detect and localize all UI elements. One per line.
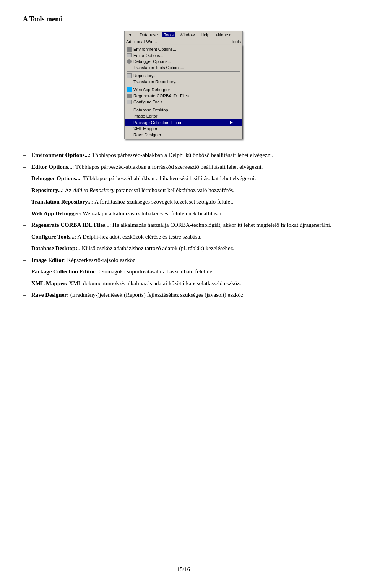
bullet-list: – Environment Options...: Többlapos párb… (23, 151, 344, 299)
list-item: – Package Collection Editor: Csomagok cs… (23, 267, 344, 276)
list-item: – Debugger Options...: Többlapos párbesz… (23, 174, 344, 183)
term-bold: Image Editor (31, 257, 64, 263)
tools-dropdown-menu: Environment Options... Editor Options...… (125, 45, 242, 139)
regen-icon (126, 93, 132, 99)
term-bold: Regenerate CORBA IDL Files... (31, 222, 109, 228)
bullet-dash: – (23, 291, 30, 299)
bullet-text: Debugger Options...: Többlapos párbeszéd… (31, 174, 344, 183)
bullet-text: Configure Tools...: A Delphi-hez adott e… (31, 233, 344, 241)
bullet-text: Web App Debugger: Web-alapú alkalmazások… (31, 209, 344, 218)
ide-second-bar: Additional Win... Tools (125, 38, 242, 45)
term-bold: Editor Options... (31, 164, 72, 170)
bullet-dash: – (23, 267, 30, 276)
bullet-dash: – (23, 186, 30, 195)
bullet-text: Environment Options...: Többlapos párbes… (31, 151, 344, 160)
bullet-text: Regenerate CORBA IDL Files...: Ha alkalm… (31, 221, 344, 229)
separator-2 (127, 86, 240, 86)
menu-help[interactable]: Help (199, 32, 211, 37)
menu-tools[interactable]: Tools (162, 32, 175, 37)
separator-1 (127, 71, 240, 72)
bullet-dash: – (23, 244, 30, 253)
bullet-dash: – (23, 174, 30, 183)
bullet-dash: – (23, 233, 30, 241)
bullet-text: XML Mapper: XML dokumentumok és alkalmaz… (31, 279, 344, 288)
page-title: A Tools menü (23, 15, 344, 23)
menu-none[interactable]: <None> (214, 32, 232, 37)
bullet-dash: – (23, 209, 30, 218)
config-icon (126, 99, 132, 105)
bullet-dash: – (23, 221, 30, 229)
editor-icon (126, 53, 132, 58)
list-item: – Editor Options...: Többlapos párbeszéd… (23, 163, 344, 171)
menu-item-image-editor[interactable]: Image Editor (125, 113, 242, 119)
menu-item-environment[interactable]: Environment Options... (125, 46, 242, 52)
term-bold: Database Desktop: (31, 245, 77, 251)
bullet-text: Editor Options...: Többlapos párbeszéd-a… (31, 163, 344, 171)
menu-item-editor[interactable]: Editor Options... (125, 52, 242, 58)
list-item: – Database Desktop:...Külső eszköz adatb… (23, 244, 344, 253)
toolbar-additional[interactable]: Additional (126, 39, 145, 44)
list-item: – Environment Options...: Többlapos párb… (23, 151, 344, 160)
term-bold: Repository... (31, 187, 62, 193)
list-item: – Regenerate CORBA IDL Files...: Ha alka… (23, 221, 344, 229)
page-container: A Tools menü ent Database Tools Window H… (0, 0, 367, 333)
menu-item-package-collection[interactable]: Package Collection Editor ▶ (125, 119, 242, 126)
content-area: – Environment Options...: Többlapos párb… (23, 151, 344, 299)
menu-item-translation-repo[interactable]: Translation Repository... (125, 79, 242, 85)
bullet-text: Repository...: Az Add to Repository para… (31, 186, 344, 195)
menu-item-repository[interactable]: Repository... (125, 73, 242, 79)
list-item: – XML Mapper: XML dokumentumok és alkalm… (23, 279, 344, 288)
submenu-arrow: ▶ (230, 120, 234, 125)
list-item: – Repository...: Az Add to Repository pa… (23, 186, 344, 195)
list-item: – Translation Repository...: A fordításh… (23, 197, 344, 206)
menu-item-web-debugger[interactable]: Web App Debugger (125, 87, 242, 93)
menu-item-translation-tools[interactable]: Translation Tools Options... (125, 65, 242, 71)
italic-text: Add to Repository (73, 187, 114, 193)
menu-item-regenerate[interactable]: Regenerate CORBA IDL Files... (125, 93, 242, 99)
menu-item-rave-designer[interactable]: Rave Designer (125, 132, 242, 138)
separator-3 (127, 106, 240, 106)
bullet-dash: – (23, 197, 30, 206)
list-item: – Web App Debugger: Web-alapú alkalmazás… (23, 209, 344, 218)
toolbar-win[interactable]: Win... (146, 39, 157, 44)
bullet-text: Translation Repository...: A fordításhoz… (31, 197, 344, 206)
bullet-dash: – (23, 279, 30, 288)
bullet-dash: – (23, 151, 30, 160)
web-icon (126, 87, 132, 92)
ide-menubar: ent Database Tools Window Help <None> (125, 31, 242, 38)
term-bold: Environment Options... (31, 152, 89, 158)
term-bold: Web App Debugger: (31, 210, 81, 216)
menu-window[interactable]: Window (178, 32, 196, 37)
term-bold: Configure Tools... (31, 234, 75, 240)
bullet-dash: – (23, 163, 30, 171)
list-item: – Rave Designer: (Eredmény-)jelentések (… (23, 291, 344, 299)
page-number: 15/16 (177, 566, 190, 573)
menu-database[interactable]: Database (138, 32, 159, 37)
toolbar-extra[interactable]: Tools (231, 39, 241, 44)
list-item: – Image Editor: Képszerkesztő-rajzoló es… (23, 256, 344, 265)
debugger-icon (126, 59, 132, 64)
bullet-dash: – (23, 256, 30, 265)
repo-icon (126, 73, 132, 78)
menu-item-configure[interactable]: Configure Tools... (125, 99, 242, 105)
menu-item-xml-mapper[interactable]: XML Mapper (125, 126, 242, 132)
screenshot-container: ent Database Tools Window Help <None> Ad… (23, 31, 344, 139)
menu-item-debugger[interactable]: Debugger Options... (125, 58, 242, 65)
bullet-text: Image Editor: Képszerkesztő-rajzoló eszk… (31, 256, 344, 265)
term-bold: XML Mapper: (31, 280, 68, 286)
menu-ent[interactable]: ent (126, 32, 135, 37)
term-bold: Debugger Options... (31, 175, 80, 181)
bullet-text: Package Collection Editor: Csomagok csop… (31, 267, 344, 276)
menu-item-database-desktop[interactable]: Database Desktop (125, 107, 242, 113)
term-bold: Translation Repository... (31, 199, 92, 205)
term-bold: Rave Designer: (31, 292, 69, 298)
bullet-text: Database Desktop:...Külső eszköz adatbáz… (31, 244, 344, 253)
list-item: – Configure Tools...: A Delphi-hez adott… (23, 233, 344, 241)
bullet-text: Rave Designer: (Eredmény-)jelentések (Re… (31, 291, 344, 299)
term-bold: Package Collection Editor (31, 268, 95, 275)
env-icon (126, 47, 132, 52)
menu-screenshot: ent Database Tools Window Help <None> Ad… (124, 31, 243, 139)
